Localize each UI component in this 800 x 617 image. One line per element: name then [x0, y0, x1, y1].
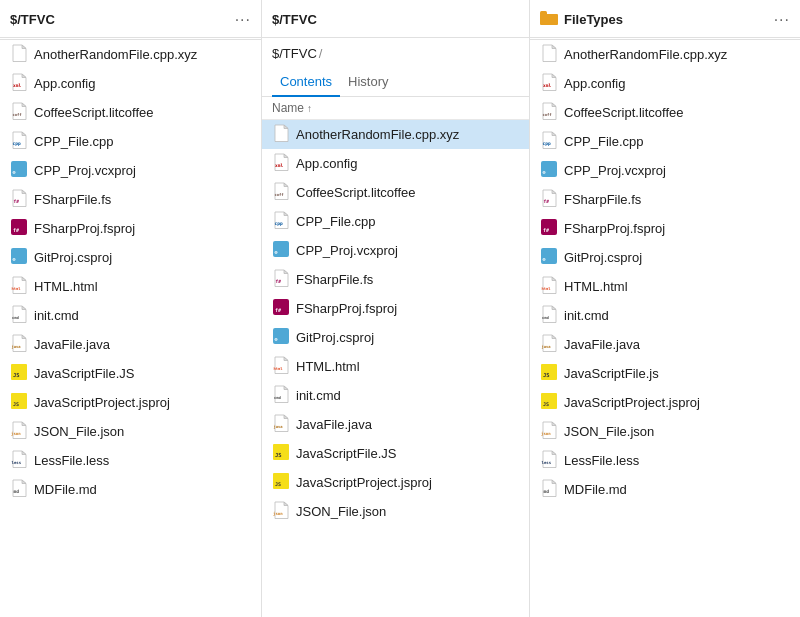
- file-name-label: JavaFile.java: [564, 337, 640, 352]
- list-item[interactable]: AnotherRandomFile.cpp.xyz: [262, 120, 529, 149]
- file-name-label: JavaScriptFile.JS: [296, 446, 396, 461]
- list-item[interactable]: coffCoffeeScript.litcoffee: [0, 98, 261, 127]
- file-name-label: JavaScriptFile.js: [564, 366, 659, 381]
- list-item[interactable]: JSJavaScriptFile.js: [530, 359, 800, 388]
- file-icon-csproj: ⊕: [272, 240, 290, 261]
- tab-history[interactable]: History: [340, 68, 396, 97]
- list-item[interactable]: f#FSharpFile.fs: [530, 185, 800, 214]
- list-item[interactable]: coffCoffeeScript.litcoffee: [530, 98, 800, 127]
- list-item[interactable]: f#FSharpProj.fsproj: [530, 214, 800, 243]
- svg-text:md: md: [544, 489, 550, 494]
- list-item[interactable]: cmdinit.cmd: [0, 301, 261, 330]
- file-icon-java: java: [272, 414, 290, 435]
- file-list-left: AnotherRandomFile.cpp.xyzxmlApp.configco…: [0, 40, 261, 617]
- file-name-label: FSharpProj.fsproj: [296, 301, 397, 316]
- list-item[interactable]: cmdinit.cmd: [530, 301, 800, 330]
- list-item[interactable]: jsonJSON_File.json: [262, 497, 529, 526]
- list-item[interactable]: htmlHTML.html: [0, 272, 261, 301]
- file-icon-fsharp-proj: f#: [10, 218, 28, 239]
- list-item[interactable]: f#FSharpFile.fs: [0, 185, 261, 214]
- list-item[interactable]: lessLessFile.less: [0, 446, 261, 475]
- file-icon-html: html: [10, 276, 28, 297]
- list-item[interactable]: htmlHTML.html: [530, 272, 800, 301]
- list-item[interactable]: javaJavaFile.java: [262, 410, 529, 439]
- list-item[interactable]: mdMDFile.md: [530, 475, 800, 504]
- list-item[interactable]: JSJavaScriptProject.jsproj: [530, 388, 800, 417]
- list-item[interactable]: cppCPP_File.cpp: [262, 207, 529, 236]
- list-item[interactable]: mdMDFile.md: [0, 475, 261, 504]
- more-options-button-right[interactable]: ···: [774, 12, 790, 28]
- file-name-label: AnotherRandomFile.cpp.xyz: [296, 127, 459, 142]
- list-item[interactable]: ⊕GitProj.csproj: [0, 243, 261, 272]
- list-item[interactable]: jsonJSON_File.json: [0, 417, 261, 446]
- svg-text:xml: xml: [275, 163, 283, 168]
- list-item[interactable]: AnotherRandomFile.cpp.xyz: [0, 40, 261, 69]
- list-item[interactable]: lessLessFile.less: [530, 446, 800, 475]
- file-name-label: GitProj.csproj: [296, 330, 374, 345]
- svg-text:cmd: cmd: [12, 315, 20, 320]
- panel-right: FileTypes···AnotherRandomFile.cpp.xyzxml…: [530, 0, 800, 617]
- list-item[interactable]: JSJavaScriptFile.JS: [262, 439, 529, 468]
- list-item[interactable]: ⊕GitProj.csproj: [530, 243, 800, 272]
- svg-text:cpp: cpp: [275, 221, 283, 226]
- list-item[interactable]: ⊕CPP_Proj.vcxproj: [262, 236, 529, 265]
- svg-text:⊕: ⊕: [543, 256, 546, 262]
- column-header-name[interactable]: Name↑: [262, 97, 529, 120]
- list-item[interactable]: f#FSharpProj.fsproj: [262, 294, 529, 323]
- file-name-label: HTML.html: [564, 279, 628, 294]
- more-options-button-left[interactable]: ···: [235, 12, 251, 28]
- file-icon-jsproj: JS: [540, 392, 558, 413]
- file-icon-csproj: ⊕: [540, 247, 558, 268]
- file-icon-fsharp-proj: f#: [540, 218, 558, 239]
- svg-text:xml: xml: [13, 83, 21, 88]
- sort-arrow-icon: ↑: [307, 103, 312, 114]
- list-item[interactable]: javaJavaFile.java: [530, 330, 800, 359]
- list-item[interactable]: f#FSharpFile.fs: [262, 265, 529, 294]
- file-icon-fs: f#: [272, 269, 290, 290]
- svg-text:⊕: ⊕: [13, 256, 16, 262]
- list-item[interactable]: cppCPP_File.cpp: [0, 127, 261, 156]
- list-item[interactable]: xmlApp.config: [262, 149, 529, 178]
- file-name-label: init.cmd: [34, 308, 79, 323]
- file-name-label: CoffeeScript.litcoffee: [296, 185, 415, 200]
- file-name-label: LessFile.less: [564, 453, 639, 468]
- file-icon-json: json: [272, 501, 290, 522]
- file-icon-cpp: cpp: [272, 211, 290, 232]
- list-item[interactable]: ⊕CPP_Proj.vcxproj: [530, 156, 800, 185]
- file-icon-csproj: ⊕: [10, 247, 28, 268]
- svg-text:⊕: ⊕: [275, 336, 278, 342]
- list-item[interactable]: JSJavaScriptProject.jsproj: [0, 388, 261, 417]
- list-item[interactable]: JSJavaScriptProject.jsproj: [262, 468, 529, 497]
- file-icon-cpp-xyz: [10, 44, 28, 65]
- list-item[interactable]: cppCPP_File.cpp: [530, 127, 800, 156]
- list-item[interactable]: coffCoffeeScript.litcoffee: [262, 178, 529, 207]
- list-item[interactable]: AnotherRandomFile.cpp.xyz: [530, 40, 800, 69]
- tab-contents[interactable]: Contents: [272, 68, 340, 97]
- list-item[interactable]: ⊕CPP_Proj.vcxproj: [0, 156, 261, 185]
- list-item[interactable]: JSJavaScriptFile.JS: [0, 359, 261, 388]
- list-item[interactable]: ⊕GitProj.csproj: [262, 323, 529, 352]
- file-name-label: CPP_Proj.vcxproj: [564, 163, 666, 178]
- list-item[interactable]: xmlApp.config: [0, 69, 261, 98]
- file-icon-js: JS: [272, 443, 290, 464]
- list-item[interactable]: f#FSharpProj.fsproj: [0, 214, 261, 243]
- svg-text:json: json: [541, 431, 551, 436]
- svg-text:JS: JS: [13, 401, 19, 407]
- file-icon-cpp: cpp: [10, 131, 28, 152]
- file-name-label: GitProj.csproj: [564, 250, 642, 265]
- list-item[interactable]: htmlHTML.html: [262, 352, 529, 381]
- path-root[interactable]: $/TFVC: [272, 46, 317, 61]
- svg-text:f#: f#: [275, 307, 281, 313]
- list-item[interactable]: jsonJSON_File.json: [530, 417, 800, 446]
- svg-text:less: less: [12, 460, 22, 465]
- file-icon-md: md: [540, 479, 558, 500]
- svg-text:less: less: [542, 460, 552, 465]
- file-name-label: MDFile.md: [564, 482, 627, 497]
- file-list-middle: AnotherRandomFile.cpp.xyzxmlApp.configco…: [262, 120, 529, 617]
- list-item[interactable]: xmlApp.config: [530, 69, 800, 98]
- list-item[interactable]: javaJavaFile.java: [0, 330, 261, 359]
- file-icon-csproj: ⊕: [10, 160, 28, 181]
- file-icon-java: java: [540, 334, 558, 355]
- panel-header-middle: $/TFVC: [262, 0, 529, 38]
- list-item[interactable]: cmdinit.cmd: [262, 381, 529, 410]
